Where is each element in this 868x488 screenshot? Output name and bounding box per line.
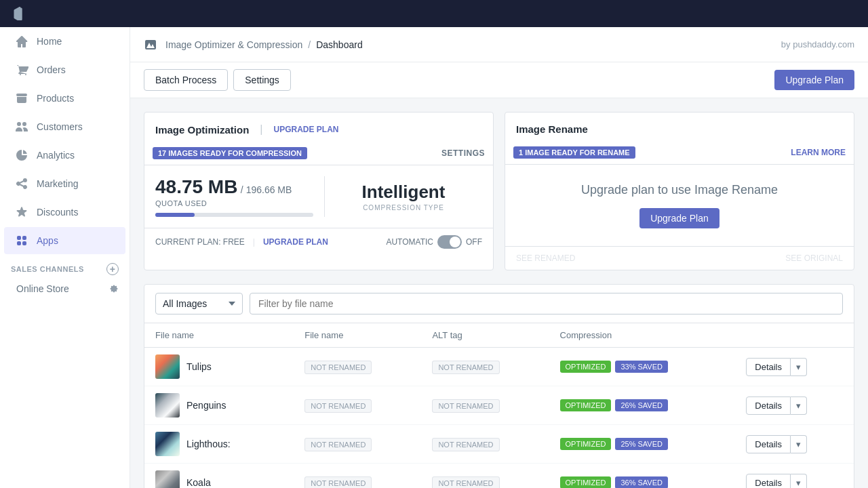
rename-ready-badge: 1 IMAGE READY FOR RENAME: [513, 146, 635, 159]
action-cell: Details ▾: [735, 425, 854, 464]
current-plan-label: CURRENT PLAN: FREE: [155, 237, 245, 247]
see-renamed-link[interactable]: SEE RENAMED: [516, 253, 575, 263]
filename-status-cell: NOT RENAMED: [294, 348, 421, 386]
automatic-toggle-wrap: AUTOMATIC OFF: [386, 235, 482, 249]
rename-body-text: Upgrade plan to use Image Rename: [581, 183, 778, 197]
cards-row: Image Optimization | UPGRADE PLAN 17 IMA…: [144, 112, 854, 270]
sidebar-item-label: Products: [37, 93, 74, 104]
progress-bar-fill: [155, 213, 195, 217]
sidebar-item-products[interactable]: Products: [4, 85, 125, 112]
col-compression: Compression: [549, 323, 736, 348]
sidebar-item-marketing[interactable]: Marketing: [4, 170, 125, 197]
image-optimization-title: Image Optimization: [155, 124, 249, 136]
filename-status-cell: NOT RENAMED: [294, 425, 421, 464]
optimized-badge: OPTIMIZED: [560, 438, 612, 450]
content-area: Image Optimizer & Compression / Dashboar…: [130, 27, 868, 488]
image-optimization-card: Image Optimization | UPGRADE PLAN 17 IMA…: [144, 112, 494, 270]
rename-upgrade-button[interactable]: Upgrade Plan: [639, 208, 719, 228]
automatic-toggle[interactable]: [437, 235, 462, 249]
sidebar-item-home[interactable]: Home: [4, 28, 125, 55]
quota-mb: 48.75 MB: [155, 176, 237, 197]
settings-button[interactable]: Settings: [233, 69, 291, 91]
page-title: Dashboard: [316, 39, 363, 50]
saved-badge: 26% SAVED: [615, 399, 668, 411]
col-alt-tag: ALT tag: [421, 323, 549, 348]
images-filter-select[interactable]: All Images Optimized Not Optimized: [155, 293, 243, 314]
sidebar-item-customers[interactable]: Customers: [4, 113, 125, 140]
compression-type: Intelligent: [362, 182, 446, 203]
details-dropdown-button[interactable]: ▾: [791, 474, 807, 489]
quota-display: 48.75 MB / 196.66 MB: [155, 176, 313, 198]
automatic-label: AUTOMATIC: [386, 237, 433, 247]
optimized-badge: OPTIMIZED: [560, 361, 612, 373]
compression-status-cell: OPTIMIZED 26% SAVED: [549, 386, 736, 425]
filename-badge: NOT RENAMED: [304, 438, 372, 451]
file-thumbnail: [155, 393, 180, 418]
analytics-icon: [15, 148, 28, 162]
marketing-icon: [15, 177, 28, 190]
add-channel-button[interactable]: +: [106, 263, 119, 275]
image-optimization-upgrade-link[interactable]: UPGRADE PLAN: [274, 125, 339, 134]
rename-status-bar: 1 IMAGE READY FOR RENAME LEARN MORE: [505, 140, 854, 165]
quota-section: 48.75 MB / 196.66 MB QUOTA USED: [155, 176, 313, 217]
action-cell: Details ▾: [735, 348, 854, 386]
compression-status-cell: OPTIMIZED 36% SAVED: [549, 464, 736, 489]
details-button[interactable]: Details: [746, 396, 791, 415]
col-actions: [735, 323, 854, 348]
sidebar-item-discounts[interactable]: Discounts: [4, 199, 125, 226]
footer-upgrade-link[interactable]: UPGRADE PLAN: [263, 237, 328, 247]
toolbar: Batch Process Settings Upgrade Plan: [130, 62, 868, 98]
sidebar-item-apps[interactable]: Apps: [4, 227, 125, 254]
filename-status-cell: NOT RENAMED: [294, 464, 421, 489]
image-rename-card: Image Rename 1 IMAGE READY FOR RENAME LE…: [505, 112, 854, 270]
details-dropdown-button[interactable]: ▾: [791, 358, 807, 376]
saved-badge: 25% SAVED: [615, 438, 668, 450]
alt-tag-cell: NOT RENAMED: [421, 425, 549, 464]
shopify-logo: [11, 5, 27, 22]
card-title-row: Image Optimization | UPGRADE PLAN: [144, 113, 493, 136]
sidebar-item-label: Customers: [37, 121, 83, 132]
see-original-link[interactable]: SEE ORIGINAL: [785, 253, 843, 263]
breadcrumb: Image Optimizer & Compression / Dashboar…: [144, 38, 363, 52]
sidebar-item-label: Apps: [37, 235, 58, 246]
sidebar: Home Orders Products Customers Analytics…: [0, 27, 130, 488]
products-icon: [15, 92, 28, 105]
sidebar-item-orders[interactable]: Orders: [4, 56, 125, 83]
learn-more-link[interactable]: LEARN MORE: [791, 148, 846, 157]
col-filename: File name: [144, 323, 294, 348]
file-name-cell: Lighthous:: [144, 425, 294, 464]
file-thumbnail: [155, 354, 180, 379]
optimized-badge: OPTIMIZED: [560, 476, 612, 488]
table-row: Koala NOT RENAMED NOT RENAMED OPTIMIZED …: [144, 464, 854, 489]
sidebar-item-label: Home: [37, 36, 62, 47]
images-table: File name File name ALT tag Compression …: [144, 323, 854, 488]
rename-card-title-row: Image Rename: [505, 113, 854, 135]
top-bar: [0, 0, 868, 27]
col-filename-status: File name: [294, 323, 421, 348]
upgrade-plan-button[interactable]: Upgrade Plan: [774, 70, 854, 90]
file-name-filter-input[interactable]: [250, 293, 843, 314]
details-button[interactable]: Details: [746, 474, 791, 489]
action-cell: Details ▾: [735, 386, 854, 425]
details-dropdown-button[interactable]: ▾: [791, 435, 807, 453]
file-name-cell: Penguins: [144, 386, 294, 425]
sidebar-item-analytics[interactable]: Analytics: [4, 142, 125, 169]
alt-badge: NOT RENAMED: [432, 438, 499, 451]
main-content: Image Optimization | UPGRADE PLAN 17 IMA…: [130, 98, 868, 488]
batch-process-button[interactable]: Batch Process: [144, 69, 228, 91]
details-button[interactable]: Details: [746, 358, 791, 376]
compression-type-section: Intelligent COMPRESSION TYPE: [324, 176, 482, 217]
opt-card-body: 48.75 MB / 196.66 MB QUOTA USED: [144, 165, 493, 228]
main-layout: Home Orders Products Customers Analytics…: [0, 27, 868, 488]
sales-channels-section: SALES CHANNELS +: [0, 255, 130, 278]
details-dropdown-button[interactable]: ▾: [791, 396, 807, 415]
sidebar-item-online-store[interactable]: Online Store: [0, 278, 130, 300]
orders-icon: [15, 63, 28, 77]
alt-tag-cell: NOT RENAMED: [421, 386, 549, 425]
alt-tag-cell: NOT RENAMED: [421, 464, 549, 489]
file-thumbnail: [155, 470, 180, 488]
off-label: OFF: [466, 237, 482, 247]
card-settings-link[interactable]: SETTINGS: [441, 148, 485, 158]
alt-badge: NOT RENAMED: [432, 476, 499, 488]
details-button[interactable]: Details: [746, 435, 791, 453]
